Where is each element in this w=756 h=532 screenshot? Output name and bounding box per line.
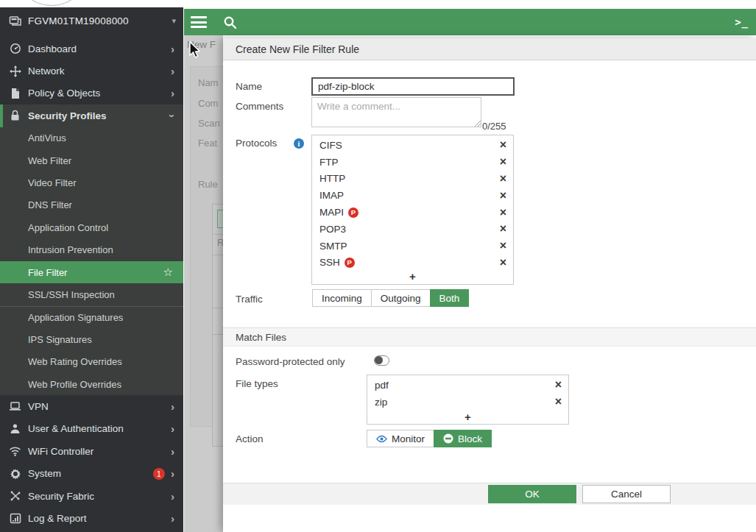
block-icon <box>443 433 453 444</box>
remove-file-type-icon[interactable]: × <box>555 396 562 408</box>
remove-protocol-icon[interactable]: × <box>500 173 506 185</box>
protocols-label: Protocols <box>236 138 277 149</box>
submenu-item[interactable]: Video Filter ☆ <box>0 171 183 194</box>
screen: FGVM01TM19008000 ▾ Dashboard › Network › <box>0 0 756 532</box>
sidebar-item-security-fabric[interactable]: Security Fabric › <box>0 485 183 507</box>
protocol-name: HTTP <box>319 173 345 184</box>
protocol-row: HTTP P × <box>312 171 513 188</box>
sidebar-item-policy-objects[interactable]: Policy & Objects › <box>0 82 183 104</box>
cancel-button[interactable]: Cancel <box>582 485 671 503</box>
background-label: Nam <box>198 77 218 88</box>
file-type-name: pdf <box>375 380 389 391</box>
traffic-both-button[interactable]: Both <box>430 289 470 307</box>
security-profiles-section: Security Profiles › AntiVirus ☆ Web Filt… <box>0 104 183 395</box>
submenu-item[interactable]: Intrusion Prevention ☆ <box>0 239 183 261</box>
sidebar-item-log-report[interactable]: Log & Report › <box>0 507 183 529</box>
password-protected-label: Password-protected only <box>236 356 345 367</box>
protocol-row: IMAP P × <box>312 187 513 204</box>
traffic-incoming-button[interactable]: Incoming <box>312 289 372 307</box>
device-name: FGVM01TM19008000 <box>28 15 172 26</box>
notification-badge: 1 <box>153 468 165 480</box>
protocol-name: SSH <box>319 257 340 268</box>
create-file-filter-rule-dialog: Create New File Filter Rule Name Comment… <box>223 38 756 532</box>
submenu-item[interactable]: DNS Filter ☆ <box>0 194 183 216</box>
search-icon[interactable] <box>223 15 237 29</box>
protocol-name: POP3 <box>319 224 346 235</box>
sidebar-item-dashboard[interactable]: Dashboard › <box>0 38 183 60</box>
chevron-right-icon: › <box>171 491 174 502</box>
background-label: Com <box>198 98 218 109</box>
ok-button[interactable]: OK <box>488 485 576 503</box>
file-type-name: zip <box>375 397 387 408</box>
protocol-row: SSH P × <box>312 255 513 272</box>
password-protected-toggle[interactable] <box>374 355 389 366</box>
submenu-item[interactable]: Application Control ☆ <box>0 216 183 238</box>
submenu-item[interactable]: IPS Signatures ☆ <box>0 328 183 350</box>
action-segmented-control: Monitor Block <box>367 430 492 447</box>
action-label: Action <box>236 433 264 444</box>
lock-icon <box>9 110 21 122</box>
comments-char-counter: 0/255 <box>482 121 517 132</box>
remove-file-type-icon[interactable]: × <box>555 379 562 391</box>
protocol-name: FTP <box>319 157 339 168</box>
submenu-item[interactable]: SSL/SSH Inspection ☆ <box>0 283 183 305</box>
menu-icon[interactable] <box>191 14 207 31</box>
chevron-right-icon: › <box>171 423 174 434</box>
sidebar-item-user-authentication[interactable]: User & Authentication › <box>0 418 183 440</box>
file-type-row: pdf × <box>367 377 568 394</box>
submenu-item[interactable]: Web Profile Overrides ☆ <box>0 373 183 395</box>
submenu-item[interactable]: Application Signatures ☆ <box>0 306 183 328</box>
add-file-type-button[interactable]: + <box>367 410 569 423</box>
star-icon[interactable]: ☆ <box>163 266 173 279</box>
sidebar-item-security-profiles[interactable]: Security Profiles › <box>0 104 183 127</box>
sidebar-item-network[interactable]: Network › <box>0 60 183 82</box>
gear-icon <box>9 467 21 480</box>
sidebar-item-vpn[interactable]: VPN › <box>0 395 183 417</box>
comments-input[interactable] <box>311 97 481 127</box>
cli-console-icon[interactable]: >_ <box>735 16 749 28</box>
action-monitor-button[interactable]: Monitor <box>367 430 434 447</box>
protocol-row: FTP P × <box>312 154 513 171</box>
name-input[interactable] <box>311 77 515 96</box>
fabric-icon <box>9 490 21 503</box>
traffic-outgoing-button[interactable]: Outgoing <box>371 289 431 307</box>
chevron-right-icon: › <box>171 88 174 99</box>
action-block-button[interactable]: Block <box>434 430 492 447</box>
proxy-badge: P <box>348 208 358 218</box>
dashboard-icon <box>9 43 21 55</box>
chevron-right-icon: › <box>171 43 174 54</box>
remove-protocol-icon[interactable]: × <box>500 223 506 235</box>
chart-icon <box>9 512 21 525</box>
laptop-icon <box>9 400 21 413</box>
remove-protocol-icon[interactable]: × <box>500 156 506 168</box>
submenu-item[interactable]: File Filter ☆ <box>0 261 183 283</box>
match-files-section-header: Match Files <box>223 327 756 347</box>
sidebar-nav: Dashboard › Network › Policy & Objects › <box>0 35 183 530</box>
submenu-item[interactable]: Web Filter ☆ <box>0 149 183 171</box>
remove-protocol-icon[interactable]: × <box>500 190 506 202</box>
background-table: Ru <box>212 204 223 447</box>
add-protocol-button[interactable]: + <box>311 269 514 283</box>
sidebar-item-wifi-controller[interactable]: WiFi Controller › <box>0 440 183 462</box>
protocol-row: POP3 P × <box>312 221 513 238</box>
sidebar: FGVM01TM19008000 ▾ Dashboard › Network › <box>0 7 183 532</box>
background-label: Rule <box>198 179 218 190</box>
network-icon <box>9 65 21 77</box>
submenu-item[interactable]: AntiVirus ☆ <box>0 127 183 149</box>
info-icon[interactable]: i <box>294 138 304 149</box>
device-selector[interactable]: FGVM01TM19008000 ▾ <box>0 7 183 35</box>
protocol-name: CIFS <box>319 140 342 151</box>
remove-protocol-icon[interactable]: × <box>500 139 506 151</box>
remove-protocol-icon[interactable]: × <box>500 240 506 252</box>
protocol-row: SMTP P × <box>312 238 513 255</box>
decorative-arc <box>16 0 87 6</box>
background-label: Scan <box>198 118 220 129</box>
traffic-label: Traffic <box>236 294 263 305</box>
submenu-item[interactable]: Web Rating Overrides ☆ <box>0 350 183 372</box>
file-types-label: File types <box>236 378 278 389</box>
sidebar-item-system[interactable]: System 1 › <box>0 462 183 484</box>
protocol-name: IMAP <box>319 190 344 201</box>
remove-protocol-icon[interactable]: × <box>500 207 506 219</box>
chevron-right-icon: › <box>171 468 174 479</box>
remove-protocol-icon[interactable]: × <box>500 257 506 269</box>
